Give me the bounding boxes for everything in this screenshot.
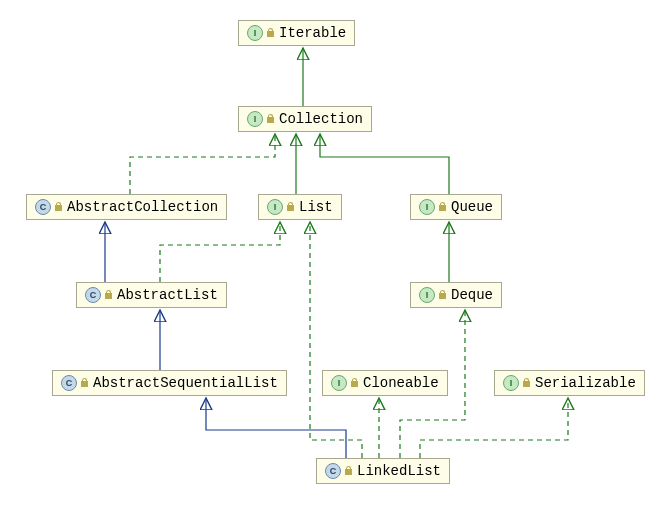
node-linked-list: C LinkedList	[316, 458, 450, 484]
node-abstract-sequential-list: C AbstractSequentialList	[52, 370, 287, 396]
node-queue: I Queue	[410, 194, 502, 220]
interface-icon: I	[267, 199, 283, 215]
node-label: List	[299, 199, 333, 215]
node-abstract-list: C AbstractList	[76, 282, 227, 308]
connector-layer	[0, 0, 671, 507]
interface-icon: I	[247, 25, 263, 41]
interface-icon: I	[419, 287, 435, 303]
interface-icon: I	[419, 199, 435, 215]
node-label: Serializable	[535, 375, 636, 391]
node-label: AbstractList	[117, 287, 218, 303]
node-label: Collection	[279, 111, 363, 127]
lock-icon	[439, 290, 447, 300]
lock-icon	[105, 290, 113, 300]
node-list: I List	[258, 194, 342, 220]
class-icon: C	[325, 463, 341, 479]
node-label: LinkedList	[357, 463, 441, 479]
class-icon: C	[61, 375, 77, 391]
lock-icon	[55, 202, 63, 212]
lock-icon	[267, 28, 275, 38]
node-label: Deque	[451, 287, 493, 303]
lock-icon	[523, 378, 531, 388]
interface-icon: I	[331, 375, 347, 391]
interface-icon: I	[247, 111, 263, 127]
node-label: AbstractCollection	[67, 199, 218, 215]
node-deque: I Deque	[410, 282, 502, 308]
interface-icon: I	[503, 375, 519, 391]
node-collection: I Collection	[238, 106, 372, 132]
node-label: Queue	[451, 199, 493, 215]
lock-icon	[351, 378, 359, 388]
lock-icon	[81, 378, 89, 388]
class-icon: C	[35, 199, 51, 215]
node-label: Iterable	[279, 25, 346, 41]
class-icon: C	[85, 287, 101, 303]
node-cloneable: I Cloneable	[322, 370, 448, 396]
node-label: Cloneable	[363, 375, 439, 391]
lock-icon	[267, 114, 275, 124]
lock-icon	[287, 202, 295, 212]
lock-icon	[439, 202, 447, 212]
node-abstract-collection: C AbstractCollection	[26, 194, 227, 220]
node-serializable: I Serializable	[494, 370, 645, 396]
node-label: AbstractSequentialList	[93, 375, 278, 391]
lock-icon	[345, 466, 353, 476]
node-iterable: I Iterable	[238, 20, 355, 46]
